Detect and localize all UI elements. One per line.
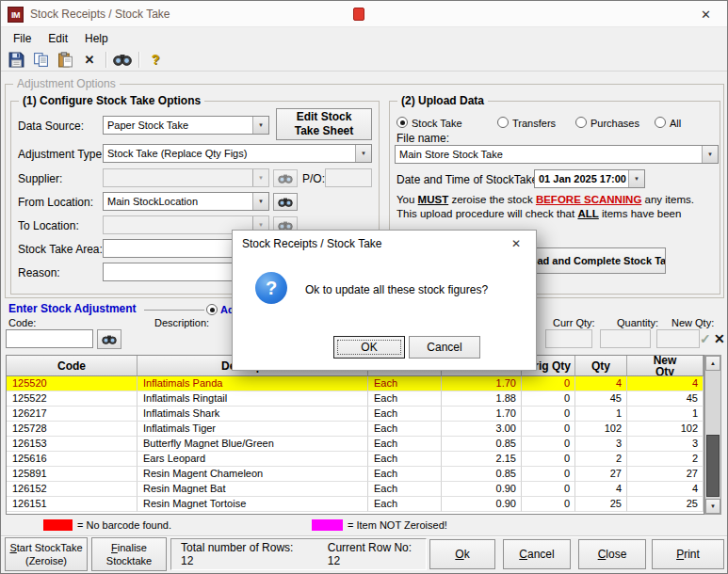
table-cell: 0.85 [442, 467, 522, 482]
close-icon: ✕ [511, 237, 521, 250]
table-row[interactable]: 126152Resin Magnet BatEach0.90044 [7, 482, 704, 497]
dialog-cancel-button[interactable]: Cancel [409, 336, 480, 359]
scroll-down-button[interactable]: ▼ [705, 499, 720, 514]
column-header-code[interactable]: Code [7, 356, 138, 376]
dialog-cancel-label: Cancel [427, 341, 461, 354]
table-cell: 1 [627, 407, 704, 422]
data-source-select[interactable]: Paper Stock Take ▼ [103, 116, 269, 135]
table-cell: 126151 [7, 497, 138, 512]
column-header-qty[interactable]: Qty [575, 356, 627, 376]
table-row[interactable]: 125891Resin Magent ChameleonEach0.850272… [7, 467, 704, 482]
table-cell: Resin Magent Chameleon [138, 467, 368, 482]
delete-button[interactable]: ✕ [78, 50, 101, 70]
warning-text-before-scanning: BEFORE SCANNING [536, 194, 641, 205]
column-header-new-qty[interactable]: New Qty [627, 356, 704, 376]
toolbar-separator [105, 52, 106, 68]
table-cell: 45 [627, 391, 704, 407]
quantity-field [600, 329, 651, 348]
table-cell: 0 [522, 422, 575, 437]
upload-warning-line1: You MUST zeroise the stock BEFORE SCANNI… [396, 194, 694, 205]
from-location-lookup-button[interactable] [273, 193, 298, 211]
add-mode-radio[interactable] [206, 304, 218, 315]
dialog-ok-button[interactable]: OK [333, 336, 405, 359]
code-label: Code: [8, 317, 36, 328]
radio-purchases[interactable] [575, 117, 587, 128]
curr-qty-field [545, 329, 592, 348]
window-close-button[interactable]: ✕ [685, 1, 727, 27]
code-lookup-button[interactable] [97, 329, 121, 349]
table-row[interactable]: 126217Inflatimals SharkEach1.70011 [7, 407, 704, 422]
table-row[interactable]: 125520Inflatimals PandaEach1.70044 [7, 376, 704, 391]
start-stocktake-label-1: Start StockTake [9, 541, 82, 554]
table-cell: 3 [575, 437, 627, 452]
cancel-button[interactable]: Cancel [503, 539, 571, 569]
radio-stock-take-label[interactable]: Stock Take [412, 118, 462, 129]
menu-edit[interactable]: Edit [40, 30, 76, 47]
table-row[interactable]: 125728Inflatimals TigerEach3.000102102 [7, 422, 704, 437]
quantity-label: Quantity: [617, 317, 658, 328]
to-location-label: To Location: [18, 219, 79, 232]
table-cell: 0 [522, 482, 575, 497]
scroll-up-button[interactable]: ▲ [705, 356, 720, 371]
copy-icon [33, 52, 49, 68]
warning-text: items have been [599, 208, 682, 219]
save-button[interactable] [5, 50, 27, 70]
po-label: P/O: [302, 172, 325, 185]
dialog-ok-label: OK [361, 341, 377, 354]
adjustment-type-select[interactable]: Stock Take (Replace Qty Figs) ▼ [103, 144, 372, 163]
app-icon-text: IM [11, 10, 20, 20]
scrollbar-thumb[interactable] [706, 435, 720, 497]
radio-transfers-label[interactable]: Transfers [512, 118, 556, 129]
table-cell: 45 [575, 391, 627, 407]
table-cell: Each [368, 422, 442, 437]
from-location-select[interactable]: Main StockLocation ▼ [103, 192, 269, 211]
file-name-label: File name: [396, 132, 449, 145]
stock-table: CodeDescriptionUnitCostOrig QtyQtyNew Qt… [6, 355, 704, 515]
table-cell: 25 [627, 497, 704, 512]
find-button[interactable] [111, 50, 134, 70]
menu-file[interactable]: File [5, 30, 40, 47]
print-button[interactable]: Print [652, 539, 724, 569]
table-cell: 0 [522, 376, 575, 391]
file-name-select[interactable]: Main Store Stock Take ▼ [395, 145, 719, 164]
table-cell: Each [368, 467, 442, 482]
edit-stock-take-sheet-button[interactable]: Edit Stock Take Sheet [276, 108, 372, 140]
table-cell: Inflatimals Panda [138, 376, 368, 391]
radio-transfers[interactable] [497, 117, 509, 128]
table-cell: 0 [522, 467, 575, 482]
cross-icon: ✕ [714, 331, 725, 346]
table-row[interactable]: 126153Butterfly Magnet Blue/GreenEach0.8… [7, 437, 704, 452]
warning-text-all: ALL [577, 208, 598, 219]
curr-qty-label: Curr Qty: [553, 317, 595, 328]
close-button[interactable]: Close [578, 539, 646, 569]
menu-help[interactable]: Help [76, 30, 117, 47]
copy-button[interactable] [29, 50, 52, 70]
stocktake-date-select[interactable]: 01 Jan 2025 17:00 ▼ [534, 169, 645, 188]
start-stocktake-button[interactable]: Start StockTake (Zeroise) [5, 537, 88, 571]
finalise-stocktake-button[interactable]: Finalise Stocktake [91, 537, 167, 571]
code-input[interactable] [6, 329, 93, 348]
table-row[interactable]: 125616Ears LeopardEach2.15022 [7, 452, 704, 467]
toolbar-separator [138, 52, 139, 68]
ok-button[interactable]: Ok [429, 539, 495, 569]
confirm-adjustment-button[interactable]: ✓ [700, 331, 711, 346]
help-button[interactable]: ? [144, 50, 167, 70]
radio-purchases-label[interactable]: Purchases [590, 118, 639, 129]
cancel-adjustment-button[interactable]: ✕ [714, 331, 725, 346]
radio-stock-take[interactable] [396, 117, 408, 128]
table-cell: 3.00 [442, 422, 522, 437]
table-row[interactable]: 126151Resin Magnet TortoiseEach0.9002525 [7, 497, 704, 512]
warning-text: any items. [641, 194, 694, 205]
radio-all-label[interactable]: All [670, 118, 681, 129]
from-location-value: Main StockLocation [104, 193, 252, 210]
check-icon: ✓ [700, 331, 711, 346]
radio-all[interactable] [655, 117, 666, 128]
table-cell: 2.15 [442, 452, 522, 467]
close-icon: ✕ [701, 8, 711, 22]
table-cell: 126153 [7, 437, 138, 452]
paste-button[interactable] [54, 50, 76, 70]
table-row[interactable]: 125522Inflatimals RingtailEach1.8804545 [7, 391, 704, 407]
table-scrollbar[interactable]: ▲ ▼ [704, 355, 721, 515]
table-cell: Each [368, 482, 442, 497]
dialog-close-button[interactable]: ✕ [496, 231, 536, 257]
